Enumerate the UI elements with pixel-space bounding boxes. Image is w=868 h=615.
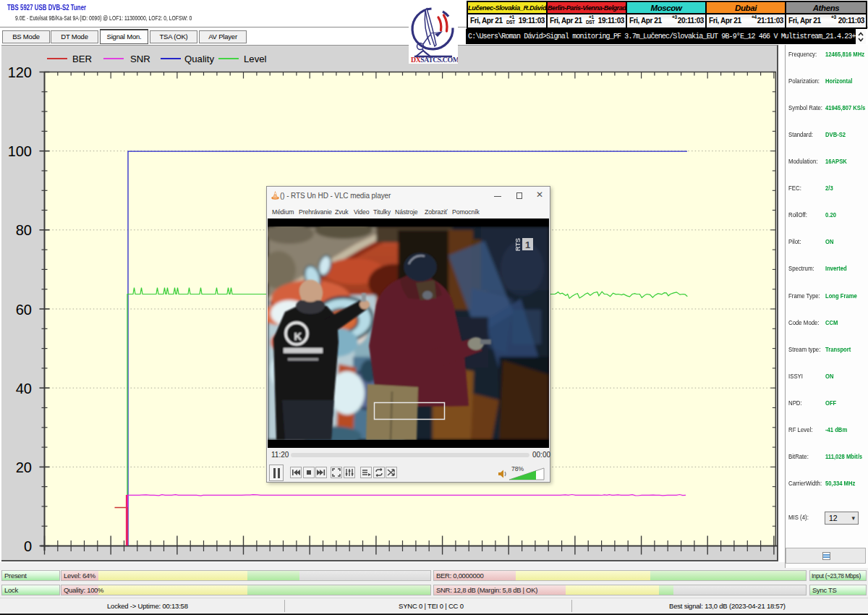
svg-text:1: 1: [525, 239, 530, 250]
svg-text:DXSATCS.COM: DXSATCS.COM: [411, 56, 458, 64]
svg-text:K: K: [294, 330, 302, 342]
svg-text:RTS: RTS: [514, 238, 522, 251]
